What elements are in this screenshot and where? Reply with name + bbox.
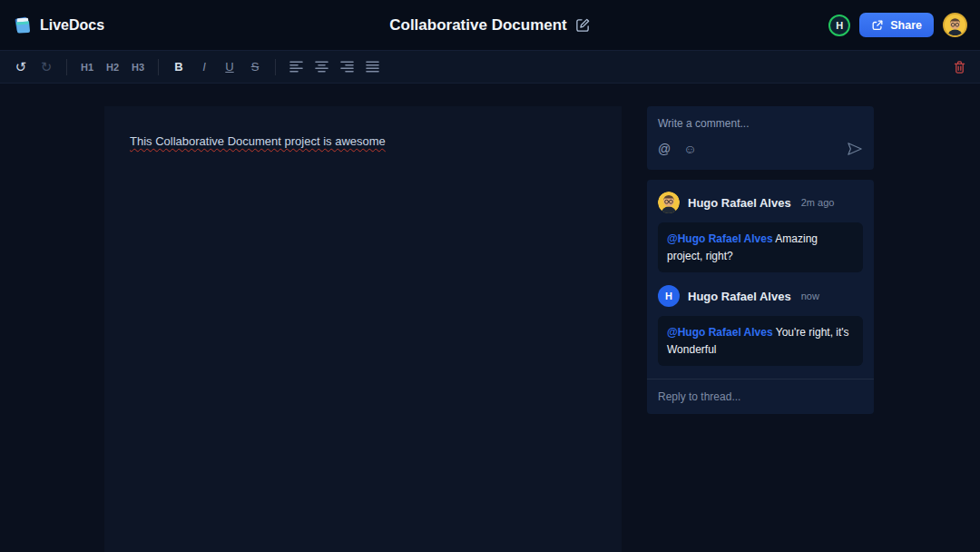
share-button-label: Share (890, 19, 922, 32)
comment-author-name: Hugo Rafael Alves (688, 196, 791, 210)
mention-link[interactable]: @Hugo Rafael Alves (667, 326, 773, 339)
strikethrough-button[interactable]: S (243, 56, 267, 78)
document-editor-surface[interactable]: This Collaborative Document project is a… (104, 106, 622, 552)
comment-item: H Hugo Rafael Alves now @Hugo Rafael Alv… (647, 285, 874, 366)
document-title: Collaborative Document (389, 16, 567, 34)
heading3-button[interactable]: H3 (126, 56, 150, 78)
toolbar-divider (158, 59, 159, 75)
editor-toolbar: ↺ ↻ H1 H2 H3 B I U S (0, 50, 980, 84)
comment-body: @Hugo Rafael Alves You're right, it's Wo… (658, 316, 863, 366)
align-right-button[interactable] (335, 56, 358, 78)
presence-initial: H (836, 20, 843, 31)
comment-author-name: Hugo Rafael Alves (688, 290, 791, 303)
mention-icon[interactable]: @ (658, 142, 671, 156)
comment-composer[interactable]: Write a comment... @ ☺ (647, 106, 874, 170)
comment-body: @Hugo Rafael Alves Amazing project, righ… (658, 222, 863, 272)
livedocs-logo-icon (13, 15, 33, 35)
user-avatar[interactable] (943, 13, 967, 37)
heading2-button[interactable]: H2 (101, 56, 124, 78)
underline-button[interactable]: U (218, 56, 241, 78)
comment-timestamp: now (801, 291, 819, 301)
align-center-button[interactable] (309, 56, 333, 78)
share-icon (871, 19, 884, 32)
emoji-icon[interactable]: ☺ (683, 142, 696, 156)
share-button[interactable]: Share (859, 13, 934, 37)
comment-thread: Hugo Rafael Alves 2m ago @Hugo Rafael Al… (647, 180, 874, 414)
home-link[interactable]: LiveDocs (13, 15, 104, 35)
redo-button[interactable]: ↻ (34, 56, 58, 78)
comment-author-avatar: H (658, 285, 680, 307)
comment-author-avatar (658, 192, 680, 213)
send-comment-icon[interactable] (847, 142, 863, 156)
align-justify-button[interactable] (360, 56, 384, 78)
comment-timestamp: 2m ago (801, 197, 835, 208)
comment-item: Hugo Rafael Alves 2m ago @Hugo Rafael Al… (647, 192, 874, 272)
undo-button[interactable]: ↺ (9, 56, 33, 78)
header-actions: H Share (828, 13, 967, 37)
reply-to-thread-input[interactable]: Reply to thread... (647, 380, 874, 414)
bold-button[interactable]: B (167, 56, 191, 78)
align-left-button[interactable] (284, 56, 308, 78)
app-header: LiveDocs Collaborative Document H Share (0, 0, 980, 50)
comments-panel: Write a comment... @ ☺ (647, 106, 874, 414)
delete-document-button[interactable] (947, 56, 971, 78)
toolbar-divider (66, 59, 67, 75)
edit-title-icon[interactable] (575, 17, 591, 33)
document-paragraph[interactable]: This Collaborative Document project is a… (130, 134, 386, 148)
comment-input[interactable]: Write a comment... (658, 117, 863, 130)
presence-avatar: H (828, 15, 850, 36)
heading1-button[interactable]: H1 (75, 56, 99, 78)
app-name: LiveDocs (40, 17, 104, 34)
mention-link[interactable]: @Hugo Rafael Alves (667, 232, 773, 245)
italic-button[interactable]: I (192, 56, 216, 78)
toolbar-divider (275, 59, 276, 75)
